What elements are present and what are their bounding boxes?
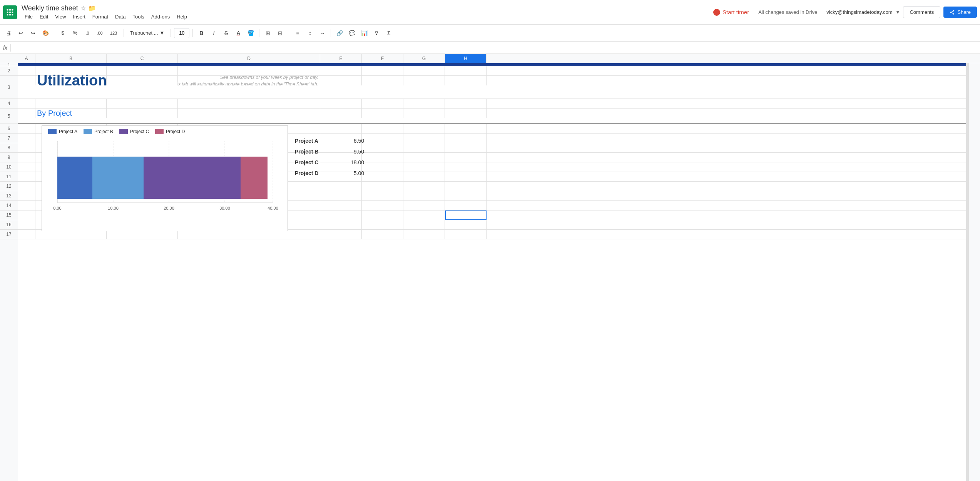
menu-edit[interactable]: Edit [37,13,51,20]
row-num-5[interactable]: 5 [0,109,18,124]
menu-format[interactable]: Format [89,13,111,20]
row-num-15[interactable]: 15 [0,210,18,220]
star-icon[interactable]: ☆ [80,5,86,12]
row-num-4[interactable]: 4 [0,99,18,109]
merge-button[interactable]: ⊟ [275,28,286,38]
increase-decimal-button[interactable]: .00 [94,28,105,38]
valign-button[interactable]: ↕ [304,28,315,38]
cell-f2[interactable] [362,66,403,76]
col-header-c[interactable]: C [107,54,178,63]
bold-button[interactable]: B [196,28,207,38]
share-button[interactable]: Share [943,7,977,18]
folder-icon[interactable]: 📁 [88,5,96,12]
strikethrough-button[interactable]: S [221,28,231,38]
cell-h2[interactable] [445,66,487,76]
user-dropdown-icon[interactable]: ▼ [896,10,900,15]
cell-f3[interactable] [362,76,403,85]
row-num-6[interactable]: 6 [0,124,18,134]
cell-g3[interactable] [403,76,445,85]
cell-a2[interactable] [18,66,35,76]
col-header-a[interactable]: A [18,54,35,63]
row-num-17[interactable]: 17 [0,230,18,239]
col-header-f[interactable]: F [362,54,403,63]
font-size-input[interactable] [174,28,189,38]
chart-button[interactable]: 📊 [359,28,370,38]
cell-h15-selected[interactable] [445,210,487,220]
cell-g4[interactable] [403,99,445,109]
cell-e5[interactable] [320,109,362,118]
col-header-h[interactable]: H [445,54,487,63]
cell-b5[interactable]: By Project [35,109,107,118]
menu-addons[interactable]: Add-ons [148,13,173,20]
cell-c4[interactable] [107,99,178,109]
row-num-9[interactable]: 9 [0,153,18,162]
filter-button[interactable]: ⊽ [371,28,382,38]
cell-c5[interactable] [107,109,178,118]
cell-f5[interactable] [362,109,403,118]
col-header-g[interactable]: G [403,54,445,63]
cell-e2[interactable] [320,66,362,76]
cell-d4[interactable] [178,99,320,109]
cell-f6[interactable] [362,124,403,134]
col-header-d[interactable]: D [178,54,320,63]
cell-d3[interactable]: See breakdowns of your week by project o… [178,76,320,85]
cell-h3[interactable] [445,76,487,85]
row-num-12[interactable]: 12 [0,182,18,191]
wrap-button[interactable]: ↔ [317,28,328,38]
cell-g2[interactable] [403,66,445,76]
row-num-7[interactable]: 7 [0,134,18,143]
cell-a5[interactable] [18,109,35,118]
font-selector[interactable]: Trebuchet ... ▼ [127,29,167,37]
cell-h4[interactable] [445,99,487,109]
borders-button[interactable]: ⊞ [263,28,273,38]
cell-b4[interactable] [35,99,107,109]
col-header-e[interactable]: E [320,54,362,63]
menu-view[interactable]: View [52,13,69,20]
cell-e4[interactable] [320,99,362,109]
menu-file[interactable]: File [22,13,36,20]
cell-h5[interactable] [445,109,487,118]
row-num-14[interactable]: 14 [0,201,18,210]
percent-button[interactable]: % [70,28,80,38]
cell-g5[interactable] [403,109,445,118]
menu-help[interactable]: Help [174,13,190,20]
row-num-1[interactable]: 1 [0,63,18,66]
function-button[interactable]: Σ [383,28,394,38]
text-color-button[interactable]: A [233,28,244,38]
redo-button[interactable]: ↪ [28,28,38,38]
cell-c3[interactable] [107,76,178,85]
formula-input[interactable] [14,45,977,50]
row-num-16[interactable]: 16 [0,220,18,230]
row-num-10[interactable]: 10 [0,162,18,172]
cell-f4[interactable] [362,99,403,109]
cell-a3[interactable] [18,76,35,85]
menu-data[interactable]: Data [112,13,129,20]
comments-button[interactable]: Comments [903,6,940,18]
row-num-8[interactable]: 8 [0,143,18,153]
more-formats-button[interactable]: 123 [107,28,120,38]
row-num-2[interactable]: 2 [0,66,18,76]
fill-color-button[interactable]: 🪣 [245,28,256,38]
row-num-13[interactable]: 13 [0,191,18,201]
cell-h6[interactable] [445,124,487,134]
cell-e6[interactable] [320,124,362,134]
link-button[interactable]: 🔗 [334,28,345,38]
start-timer-button[interactable]: Start timer [710,7,752,17]
cell-e3[interactable] [320,76,362,85]
cell-d5[interactable] [178,109,320,118]
decrease-decimal-button[interactable]: .0 [82,28,93,38]
row-num-3[interactable]: 3 [0,76,18,99]
col-header-b[interactable]: B [35,54,107,63]
menu-insert[interactable]: Insert [70,13,89,20]
cell-g6[interactable] [403,124,445,134]
menu-tools[interactable]: Tools [129,13,147,20]
paint-format-button[interactable]: 🎨 [40,28,51,38]
currency-button[interactable]: $ [57,28,68,38]
right-scrollbar[interactable] [967,63,969,481]
cell-b3[interactable]: Utilization [35,76,107,85]
print-button[interactable]: 🖨 [3,28,14,38]
align-button[interactable]: ≡ [292,28,303,38]
comment-button[interactable]: 💬 [346,28,357,38]
undo-button[interactable]: ↩ [15,28,26,38]
row-num-11[interactable]: 11 [0,172,18,182]
